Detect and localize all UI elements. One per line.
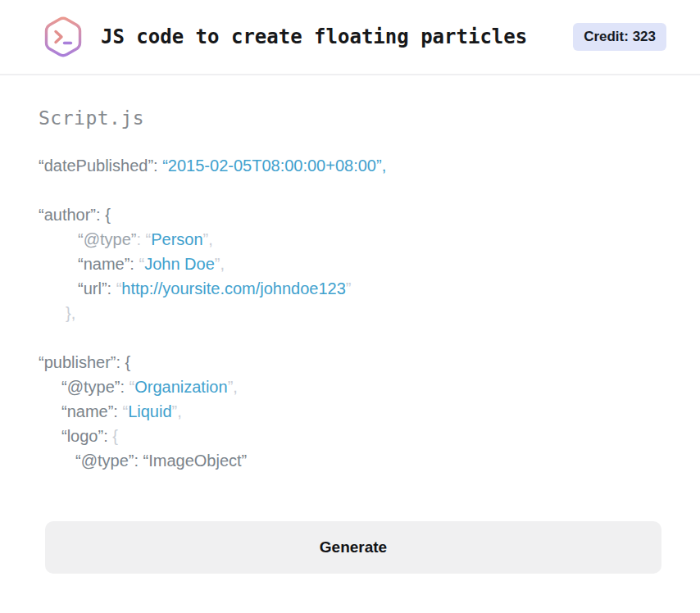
code-token-val: Organization <box>134 378 227 396</box>
code-line <box>39 325 661 350</box>
code-token-punct: ”, <box>228 378 238 396</box>
code-line: “logo”: { <box>39 424 661 448</box>
generate-button[interactable]: Generate <box>45 521 661 574</box>
code-line <box>39 178 661 202</box>
code-token-key: “url”: <box>78 279 116 297</box>
code-line: “datePublished”: “2015-02-05T08:00:00+08… <box>39 153 661 178</box>
code-token-key: “publisher”: { <box>39 353 130 371</box>
page-title: JS code to create floating particles <box>101 25 527 48</box>
code-token-val: John Doe <box>144 255 215 273</box>
code-token-punct: }, <box>66 304 75 322</box>
code-token-punct: ”, <box>215 255 225 273</box>
code-token-key: “@type”: <box>61 378 130 396</box>
code-token-punct: ” <box>346 279 352 297</box>
code-line: “@type”: “ImageObject” <box>39 448 661 473</box>
code-token-key: “logo”: <box>61 427 112 445</box>
terminal-hexagon-icon <box>43 15 83 59</box>
code-line: “publisher”: { <box>39 350 661 375</box>
header: JS code to create floating particles Cre… <box>0 0 700 75</box>
code-token-val: http://yoursite.com/johndoe123 <box>121 279 346 297</box>
code-token-val: Liquid <box>128 402 171 420</box>
app-window: JS code to create floating particles Cre… <box>0 0 700 613</box>
code-line: “name”: “Liquid”, <box>39 399 661 424</box>
code-token-key: “name”: <box>78 255 139 273</box>
code-token-key: “name”: <box>61 402 122 420</box>
code-token-val: Person <box>151 230 202 248</box>
code-line: “author”: { <box>39 202 661 227</box>
button-row: Generate <box>39 521 661 574</box>
code-line: “name”: “John Doe”, <box>39 252 661 276</box>
main-content: Script.js “datePublished”: “2015-02-05T0… <box>0 107 700 574</box>
code-line: “@type”: “Organization”, <box>39 375 661 399</box>
code-line: “@type”: “Person”, <box>39 227 661 252</box>
code-block: “datePublished”: “2015-02-05T08:00:00+08… <box>39 153 661 473</box>
code-token-punct: ”, <box>203 230 213 248</box>
code-line: “url”: “http://yoursite.com/johndoe123” <box>39 276 661 301</box>
credit-badge: Credit: 323 <box>573 23 666 51</box>
code-filename: Script.js <box>39 107 661 129</box>
code-token-val: “2015-02-05T08:00:00+08:00”, <box>162 157 386 175</box>
code-token-punct: { <box>112 427 118 445</box>
code-token-key: “author”: { <box>39 206 111 224</box>
code-token-key: “datePublished”: <box>39 157 162 175</box>
code-token-punct: : “ <box>136 230 151 248</box>
code-token-dim: “@type” <box>78 230 136 248</box>
code-token-key: “@type”: “ImageObject” <box>75 452 247 470</box>
code-line: }, <box>39 301 661 325</box>
code-token-punct: ”, <box>172 402 182 420</box>
